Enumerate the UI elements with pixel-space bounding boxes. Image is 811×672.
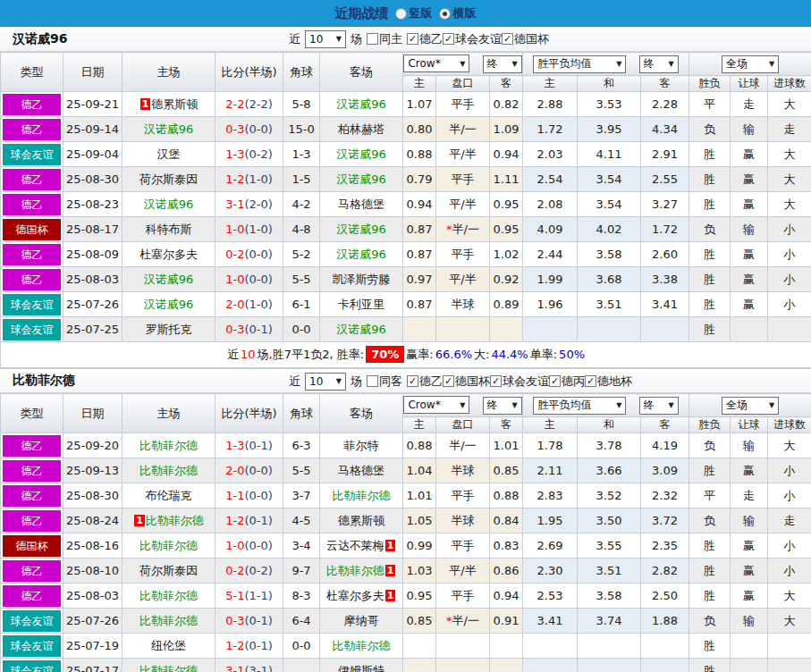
- home-team-name[interactable]: 荷尔斯泰因: [139, 564, 198, 577]
- recent-count-select[interactable]: 10: [305, 373, 346, 391]
- col-result: 胜负: [689, 417, 731, 433]
- away-team-name[interactable]: 菲尔特: [344, 439, 379, 452]
- home-team-name[interactable]: 科特布斯: [146, 223, 192, 236]
- mean-odds-value: 1.78: [523, 433, 578, 458]
- away-team-name[interactable]: 汉诺威96: [336, 248, 386, 261]
- league-filter[interactable]: 德国杯: [502, 31, 549, 47]
- recent-count-select[interactable]: 10: [305, 30, 346, 48]
- mean-odds-value: 3.95: [578, 117, 641, 142]
- home-team-name[interactable]: 比勒菲尔德: [139, 664, 198, 672]
- checkbox-checked-icon[interactable]: [443, 33, 454, 45]
- radio-icon[interactable]: [395, 8, 407, 20]
- odds-value: [490, 317, 523, 342]
- away-team-name[interactable]: 汉诺威96: [336, 323, 386, 336]
- away-team-name[interactable]: 伊姆斯特: [338, 664, 384, 672]
- col-odds-away: 客: [490, 417, 523, 433]
- away-team-name[interactable]: 柏林赫塔: [338, 122, 384, 136]
- radio-checked-icon[interactable]: [439, 8, 451, 20]
- home-team-name[interactable]: 比勒菲尔德: [139, 464, 198, 477]
- home-team-name[interactable]: 汉诺威96: [144, 122, 194, 136]
- away-team-name[interactable]: 马格德堡: [338, 197, 384, 211]
- win-rate-badge: 70%: [366, 346, 404, 363]
- league-filter[interactable]: 球会友谊: [490, 374, 549, 390]
- home-team-name[interactable]: 德累斯顿: [151, 97, 198, 111]
- same-venue-filter[interactable]: 同主: [367, 31, 402, 47]
- league-filter[interactable]: 德国杯: [443, 374, 490, 390]
- fulltime-select[interactable]: 全场: [722, 397, 779, 415]
- home-team-name[interactable]: 比勒菲尔德: [139, 539, 198, 552]
- checkbox-checked-icon[interactable]: [407, 375, 418, 387]
- checkbox-checked-icon[interactable]: [585, 375, 596, 387]
- fulltime-score: 0-3: [225, 122, 244, 136]
- league-filter[interactable]: 德乙: [407, 374, 443, 390]
- checkbox-checked-icon[interactable]: [502, 33, 513, 45]
- checkbox-checked-icon[interactable]: [490, 375, 502, 387]
- mean-odds-value: [641, 317, 689, 342]
- mean-final-select[interactable]: 终: [639, 397, 679, 415]
- mean-select[interactable]: 胜平负均值: [533, 397, 626, 415]
- fulltime-select[interactable]: 全场: [722, 55, 779, 73]
- league-filter[interactable]: 德地杯: [585, 374, 632, 390]
- league-filter[interactable]: 球会友谊: [443, 31, 502, 47]
- checkbox-checked-icon[interactable]: [407, 33, 418, 45]
- mean-select[interactable]: 胜平负均值: [533, 55, 626, 73]
- odds-company-select[interactable]: Crow*: [403, 396, 469, 414]
- home-team-name[interactable]: 汉诺威96: [144, 197, 194, 211]
- same-venue-filter[interactable]: 同客: [367, 374, 402, 390]
- home-team-name[interactable]: 汉堡: [157, 147, 181, 161]
- mean-odds-value: 1.95: [523, 508, 578, 533]
- odds-value: 0.94: [403, 192, 436, 217]
- home-team-name[interactable]: 比勒菲尔德: [139, 439, 198, 452]
- home-team-cell: 1德累斯顿: [122, 92, 215, 117]
- filter-controls: 近 10 场 同客 德乙德国杯球会友谊德丙德地杯: [289, 369, 632, 393]
- view-option-horizontal[interactable]: 横版: [439, 5, 477, 21]
- checkbox-checked-icon[interactable]: [443, 375, 454, 387]
- home-team-name[interactable]: 汉诺威96: [144, 298, 194, 311]
- home-team-name[interactable]: 比勒菲尔德: [139, 589, 198, 602]
- league-filter[interactable]: 德乙: [407, 31, 443, 47]
- home-team-name[interactable]: 汉诺威96: [144, 273, 194, 286]
- home-team-name[interactable]: 比勒菲尔德: [146, 514, 204, 527]
- outcome-value: 赢: [731, 584, 768, 609]
- view-option-vertical[interactable]: 竖版: [395, 5, 433, 21]
- mean-odds-value: 2.28: [641, 92, 689, 117]
- checkbox-checked-icon[interactable]: [549, 375, 561, 387]
- match-date: 25-07-19: [63, 634, 122, 659]
- outcome-value: 小: [768, 292, 811, 317]
- away-team-name[interactable]: 摩纳哥: [344, 614, 379, 627]
- home-team-name[interactable]: 比勒菲尔德: [139, 614, 198, 627]
- odds-final-select[interactable]: 终: [483, 397, 522, 415]
- competition-cell: 德国杯: [1, 533, 63, 559]
- league-filter-label: 球会友谊: [455, 31, 502, 47]
- away-team-name[interactable]: 凯泽斯劳滕: [333, 273, 391, 286]
- home-team-name[interactable]: 杜塞尔多夫: [139, 248, 198, 261]
- checkbox-icon[interactable]: [367, 33, 378, 45]
- away-team-name[interactable]: 汉诺威96: [336, 223, 386, 236]
- match-row: 球会友谊25-07-25罗斯托克0-3(0-1)0-0汉诺威96胜: [1, 317, 811, 342]
- outcome-value: 胜: [689, 142, 731, 167]
- home-team-name[interactable]: 布伦瑞克: [146, 489, 192, 502]
- odds-value: [403, 634, 436, 659]
- away-team-name[interactable]: 德累斯顿: [338, 514, 384, 527]
- away-team-name[interactable]: 汉诺威96: [336, 147, 386, 161]
- mean-final-select[interactable]: 终: [639, 55, 679, 73]
- home-team-name[interactable]: 荷尔斯泰因: [139, 172, 198, 186]
- away-team-name[interactable]: 比勒菲尔德: [333, 489, 391, 502]
- away-team-name[interactable]: 马格德堡: [338, 464, 384, 477]
- away-team-name[interactable]: 云达不莱梅: [326, 539, 384, 552]
- away-team-cell: 伊姆斯特: [320, 659, 403, 672]
- away-team-name[interactable]: 比勒菲尔德: [326, 564, 384, 577]
- home-team-name[interactable]: 纽伦堡: [151, 639, 186, 652]
- away-team-name[interactable]: 汉诺威96: [336, 97, 386, 111]
- odds-final-select[interactable]: 终: [483, 55, 522, 73]
- away-team-name[interactable]: 杜塞尔多夫: [326, 589, 384, 602]
- competition-tag: 球会友谊: [3, 660, 61, 672]
- away-team-name[interactable]: 卡利亚里: [338, 298, 384, 311]
- checkbox-icon[interactable]: [367, 375, 378, 387]
- mean-odds-value: [523, 634, 578, 659]
- league-filter[interactable]: 德丙: [549, 374, 585, 390]
- odds-company-select[interactable]: Crow*: [403, 55, 469, 72]
- away-team-name[interactable]: 汉诺威96: [336, 172, 386, 186]
- away-team-name[interactable]: 比勒菲尔德: [333, 639, 391, 652]
- home-team-name[interactable]: 罗斯托克: [146, 323, 192, 336]
